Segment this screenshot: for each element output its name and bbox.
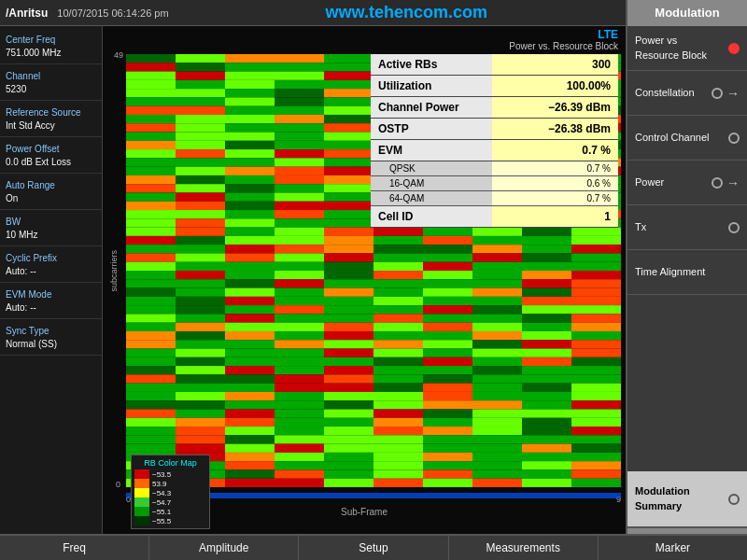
main-area: Center Freq 751.000 MHz Channel 5230 Ref… <box>0 26 626 534</box>
stat-label: OSTP <box>371 119 492 139</box>
setting-sync-type: Sync Type Normal (SS) <box>0 321 102 356</box>
color-map-row: −54.7 <box>134 497 206 507</box>
setting-evm-mode: EVM Mode Auto: -- <box>0 285 102 319</box>
stat-label: Utilization <box>371 76 492 96</box>
stat-value: 1 <box>492 206 618 227</box>
tab-marker[interactable]: Marker <box>599 536 747 560</box>
color-map-row: −55.1 <box>134 507 206 516</box>
setting-label-evm-mode: EVM Mode <box>6 288 96 301</box>
stat-value: −26.38 dBm <box>492 119 618 139</box>
tab-amplitude[interactable]: Amplitude <box>149 536 299 560</box>
setting-value-cyclic-prefix: Auto: -- <box>6 265 96 278</box>
stat-label: Channel Power <box>371 97 492 118</box>
color-value: −53.5 <box>152 470 171 479</box>
setting-label-center-freq: Center Freq <box>6 34 96 47</box>
left-sidebar: Center Freq 751.000 MHz Channel 5230 Ref… <box>0 26 103 534</box>
menu-label-tx: Tx <box>635 220 646 234</box>
setting-power-offset: Power Offset 0.0 dB Ext Loss <box>0 139 102 174</box>
dot-constellation <box>712 88 723 99</box>
stat-value: 0.7 % <box>492 140 618 161</box>
menu-item-modulation-summary[interactable]: ModulationSummary <box>627 471 747 527</box>
menu-item-control-channel[interactable]: Control Channel <box>627 116 747 161</box>
x-axis-label: Sub-Frame <box>341 507 388 517</box>
color-swatch <box>134 497 149 507</box>
setting-value-power-offset: 0.0 dB Ext Loss <box>6 156 96 169</box>
right-panel: Modulation Power vsResource Block Conste… <box>626 0 747 560</box>
color-map-row: 53.9 <box>134 479 206 488</box>
color-value: −55.5 <box>152 517 171 525</box>
stat-sub-row: QPSK 0.7 % <box>371 161 618 176</box>
stat-sub-label: 16-QAM <box>371 176 492 190</box>
stat-sub-value: 0.6 % <box>492 176 618 190</box>
setting-reference-source: Reference Source Int Std Accy <box>0 103 102 137</box>
tab-freq[interactable]: Freq <box>0 536 149 560</box>
setting-value-evm-mode: Auto: -- <box>6 301 96 315</box>
setting-label-cyclic-prefix: Cyclic Prefix <box>6 252 96 265</box>
menu-item-power-vs-rb[interactable]: Power vsResource Block <box>627 26 747 71</box>
color-swatch <box>134 469 149 479</box>
menu-label-power-vs-rb: Power vsResource Block <box>635 34 707 63</box>
setting-label-sync-type: Sync Type <box>6 325 96 338</box>
stat-row-active-rbs: Active RBs 300 <box>371 54 618 76</box>
panel-title: Modulation <box>627 0 747 26</box>
dot-modulation-summary <box>728 494 740 505</box>
setting-label-auto-range: Auto Range <box>6 179 96 192</box>
menu-label-power: Power <box>635 175 664 189</box>
tab-setup[interactable]: Setup <box>299 536 448 560</box>
menu-item-tx[interactable]: Tx <box>627 205 747 250</box>
stats-panel: Active RBs 300 Utilization 100.00% Chann… <box>371 54 618 228</box>
color-value: 53.9 <box>152 480 167 488</box>
stat-sub-label: 64-QAM <box>371 191 492 205</box>
chart-area: LTE Power vs. Resource Block subcarriers… <box>103 26 626 534</box>
arrow-constellation: → <box>726 86 740 101</box>
stat-value: −26.39 dBm <box>492 97 618 118</box>
tab-measurements[interactable]: Measurements <box>449 536 599 560</box>
y-axis-bottom: 0 <box>116 480 120 489</box>
menu-item-power[interactable]: Power → <box>627 161 747 205</box>
menu-label-time-alignment: Time Alignment <box>635 265 705 279</box>
color-value: −54.3 <box>152 489 171 497</box>
stat-sub-row: 64-QAM 0.7 % <box>371 191 618 206</box>
color-map-row: −55.5 <box>134 516 206 525</box>
stat-row-utilization: Utilization 100.00% <box>371 76 618 97</box>
setting-auto-range: Auto Range On <box>0 175 102 210</box>
chart-subtitle: Power vs. Resource Block <box>509 41 618 51</box>
color-swatch <box>134 479 149 488</box>
setting-center-freq: Center Freq 751.000 MHz <box>0 30 102 64</box>
menu-item-time-alignment[interactable]: Time Alignment <box>627 250 747 295</box>
menu-item-constellation[interactable]: Constellation → <box>627 71 747 116</box>
dot-power-vs-rb <box>728 43 740 54</box>
color-map-row: −53.5 <box>134 469 206 479</box>
stat-label: Active RBs <box>371 54 492 75</box>
color-map-entries: −53.5 53.9 −54.3 −54.7 −55.1 −55.5 <box>134 469 206 525</box>
lte-label: LTE <box>598 28 618 41</box>
stat-sub-row: 16-QAM 0.6 % <box>371 176 618 191</box>
arrow-power: → <box>726 175 740 190</box>
setting-bw: BW 10 MHz <box>0 212 102 246</box>
dot-tx <box>728 222 740 233</box>
setting-value-reference-source: Int Std Accy <box>6 119 96 133</box>
setting-label-reference-source: Reference Source <box>6 106 96 119</box>
stat-label: EVM <box>371 140 492 161</box>
color-value: −54.7 <box>152 498 171 507</box>
menu-label-control-channel: Control Channel <box>635 131 710 145</box>
setting-channel: Channel 5230 <box>0 66 102 101</box>
y-axis-top: 49 <box>114 50 123 60</box>
stat-sub-value: 0.7 % <box>492 161 618 175</box>
color-map-row: −54.3 <box>134 488 206 497</box>
color-map-title: RB Color Map <box>134 458 206 468</box>
setting-label-channel: Channel <box>6 70 96 83</box>
logo: /Anritsu <box>6 7 48 20</box>
stat-row-evm: EVM 0.7 % <box>371 140 618 161</box>
color-swatch <box>134 488 149 497</box>
setting-cyclic-prefix: Cyclic Prefix Auto: -- <box>0 248 102 283</box>
color-value: −55.1 <box>152 508 171 516</box>
bottom-bar: Freq Amplitude Setup Measurements Marker <box>0 534 747 560</box>
setting-value-sync-type: Normal (SS) <box>6 338 96 351</box>
color-map: RB Color Map −53.5 53.9 −54.3 −54.7 −55.… <box>131 455 210 529</box>
setting-value-bw: 10 MHz <box>6 229 96 242</box>
dot-control-channel <box>728 133 740 144</box>
stat-sub-label: QPSK <box>371 161 492 175</box>
y-axis-label: subcarriers <box>105 54 123 487</box>
datetime: 10/07/2015 06:14:26 pm <box>57 7 168 19</box>
